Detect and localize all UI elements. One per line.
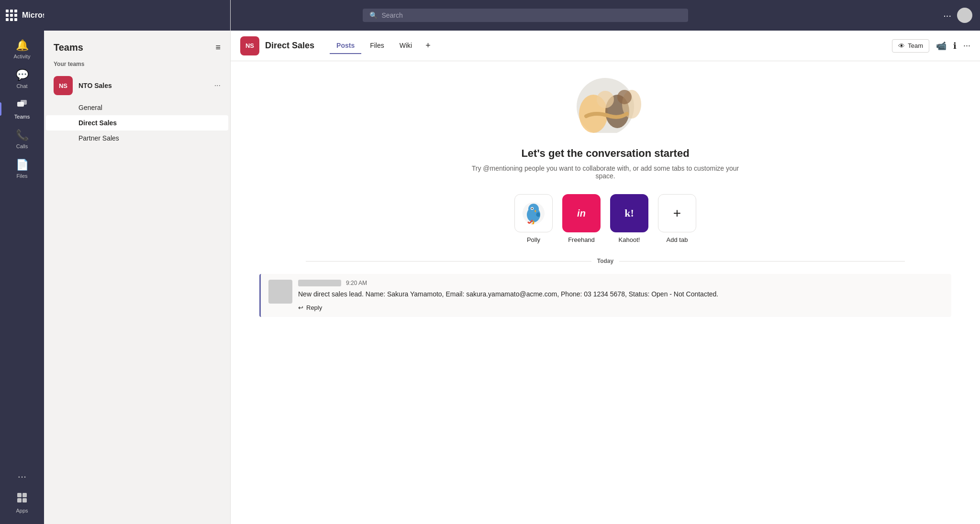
message-time: 9:20 AM — [346, 280, 367, 286]
more-options-icon[interactable]: ··· — [943, 10, 951, 21]
welcome-illustration — [557, 71, 653, 133]
team-icon: 👁 — [898, 42, 905, 50]
freehand-icon: in — [577, 208, 586, 219]
tab-posts[interactable]: Posts — [330, 38, 361, 54]
files-icon: 📄 — [16, 159, 29, 171]
sidebar-item-teams[interactable]: Teams — [0, 94, 44, 124]
freehand-label: Freehand — [568, 236, 595, 243]
activity-label: Activity — [14, 54, 31, 59]
teams-panel: Teams ≡ Your teams NS NTO Sales ··· Gene… — [44, 0, 231, 524]
teams-label: Teams — [14, 114, 30, 120]
message-box: 9:20 AM New direct sales lead. Name: Sak… — [259, 274, 951, 317]
message-username-placeholder — [298, 280, 341, 286]
app-icon-add-tab[interactable]: + Add tab — [658, 194, 696, 243]
svg-point-10 — [597, 91, 614, 108]
calls-icon: 📞 — [16, 129, 29, 142]
channel-item-direct-sales[interactable]: Direct Sales — [46, 115, 228, 131]
video-icon[interactable]: 📹 — [936, 41, 947, 51]
info-icon[interactable]: ℹ — [953, 41, 957, 51]
divider-line-right — [619, 261, 905, 262]
svg-rect-4 — [17, 498, 22, 502]
freehand-icon-box[interactable]: in — [562, 194, 601, 232]
your-teams-label: Your teams — [44, 59, 230, 71]
sidebar-item-activity[interactable]: 🔔 Activity — [0, 34, 44, 64]
message-header: 9:20 AM — [298, 280, 944, 286]
search-placeholder: Search — [381, 11, 681, 19]
divider-line-left — [306, 261, 591, 262]
sidebar-item-apps[interactable]: Apps — [0, 488, 44, 518]
chat-icon: 💬 — [16, 69, 29, 81]
teams-panel-header: Teams ≡ — [44, 31, 230, 59]
kahoot-label: Kahoot! — [619, 236, 640, 243]
nav-items: 🔔 Activity 💬 Chat Teams 📞 Calls 📄 Files — [0, 31, 44, 184]
today-divider: Today — [306, 258, 905, 264]
user-avatar[interactable] — [957, 8, 972, 23]
waffle-icon[interactable] — [6, 10, 17, 21]
channel-header: NS Direct Sales Posts Files Wiki + 👁 Tea… — [231, 31, 980, 61]
team-more-icon[interactable]: ··· — [214, 81, 221, 90]
chat-label: Chat — [16, 83, 27, 89]
sidebar-item-more[interactable]: ··· — [0, 466, 44, 488]
message-avatar — [268, 280, 292, 304]
svg-point-16 — [532, 208, 533, 209]
add-tab-header-button[interactable]: + — [421, 37, 435, 55]
top-bar-right: ··· — [943, 8, 972, 23]
message-wrapper: 9:20 AM New direct sales lead. Name: Sak… — [231, 274, 980, 317]
team-button[interactable]: 👁 Team — [892, 39, 929, 53]
message-body: 9:20 AM New direct sales lead. Name: Sak… — [298, 280, 944, 311]
sidebar-item-chat[interactable]: 💬 Chat — [0, 64, 44, 94]
channel-tabs: Posts Files Wiki + — [330, 37, 435, 55]
svg-point-11 — [617, 90, 632, 104]
add-tab-label: Add tab — [667, 236, 688, 243]
channel-avatar: NS — [240, 36, 259, 55]
nav-sidebar: Microsoft Teams 🔔 Activity 💬 Chat Teams … — [0, 0, 44, 524]
welcome-title: Let's get the conversation started — [462, 147, 749, 160]
channel-more-icon[interactable]: ··· — [963, 41, 970, 51]
polly-label: Polly — [527, 236, 540, 243]
main-content: 🔍 Search ··· NS Direct Sales Posts Files… — [231, 0, 980, 524]
sidebar-item-files[interactable]: 📄 Files — [0, 154, 44, 184]
activity-icon: 🔔 — [16, 39, 29, 52]
apps-label: Apps — [16, 508, 28, 513]
calls-label: Calls — [16, 143, 28, 149]
top-bar: 🔍 Search ··· — [231, 0, 980, 31]
team-name-nto-sales: NTO Sales — [78, 82, 112, 89]
add-tab-icon-box[interactable]: + — [658, 194, 696, 232]
sidebar-item-calls[interactable]: 📞 Calls — [0, 124, 44, 154]
svg-rect-1 — [21, 100, 27, 105]
svg-rect-5 — [22, 498, 27, 502]
team-item-nto-sales[interactable]: NS NTO Sales ··· — [44, 71, 230, 100]
polly-icon-box[interactable] — [514, 194, 553, 232]
search-box[interactable]: 🔍 Search — [363, 9, 688, 22]
team-label: Team — [908, 42, 923, 49]
tab-wiki[interactable]: Wiki — [393, 38, 419, 54]
channel-item-general[interactable]: General — [44, 100, 230, 115]
reply-button[interactable]: ↩ Reply — [298, 304, 944, 311]
search-icon: 🔍 — [369, 11, 378, 19]
messages-area: Let's get the conversation started Try @… — [231, 61, 980, 524]
channel-header-right: 👁 Team 📹 ℹ ··· — [892, 39, 970, 53]
files-label: Files — [16, 173, 27, 179]
more-icon: ··· — [18, 470, 26, 483]
teams-top-bar — [44, 0, 230, 31]
reply-icon: ↩ — [298, 304, 303, 311]
filter-icon[interactable]: ≡ — [215, 43, 221, 53]
add-tab-icon: + — [673, 206, 681, 221]
tab-files[interactable]: Files — [363, 38, 391, 54]
channel-item-partner-sales[interactable]: Partner Sales — [44, 131, 230, 146]
message-text: New direct sales lead. Name: Sakura Yama… — [298, 289, 944, 299]
app-icon-polly[interactable]: Polly — [514, 194, 553, 243]
reply-label: Reply — [306, 304, 322, 311]
app-icon-freehand[interactable]: in Freehand — [562, 194, 601, 243]
teams-icon — [17, 98, 27, 112]
kahoot-icon: k! — [624, 207, 634, 219]
svg-rect-3 — [22, 493, 27, 497]
apps-icon — [17, 492, 27, 506]
polly-icon — [523, 202, 545, 224]
channel-list: General Direct Sales Partner Sales — [44, 100, 230, 146]
app-icon-kahoot[interactable]: k! Kahoot! — [610, 194, 648, 243]
today-label: Today — [591, 258, 619, 264]
kahoot-icon-box[interactable]: k! — [610, 194, 648, 232]
teams-panel-title: Teams — [54, 42, 83, 53]
team-avatar-nto-sales: NS — [54, 76, 73, 95]
